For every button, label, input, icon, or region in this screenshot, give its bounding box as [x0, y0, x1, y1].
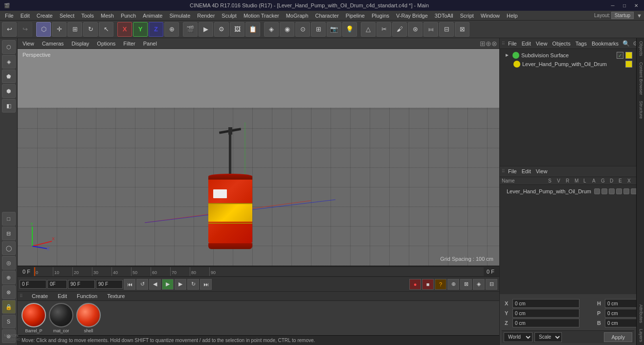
- array-button[interactable]: ⊟: [439, 22, 454, 37]
- material-item-barrel[interactable]: Barrel_P: [22, 303, 46, 333]
- menu-script[interactable]: Script: [457, 12, 477, 20]
- mat-create-btn[interactable]: Create: [29, 292, 51, 300]
- menu-animate[interactable]: Animate: [140, 12, 165, 20]
- obj-material-tag-pump[interactable]: [625, 61, 632, 68]
- render-queue-button[interactable]: 📋: [245, 22, 260, 37]
- menu-window[interactable]: Window: [478, 12, 503, 20]
- end-total-input[interactable]: [96, 280, 123, 289]
- mat-panel-view-btn[interactable]: View: [534, 167, 550, 175]
- keyframe-button[interactable]: ◈: [473, 279, 485, 290]
- menu-render[interactable]: Render: [194, 12, 218, 20]
- sky-button[interactable]: ◯: [2, 241, 16, 255]
- x-pos-input[interactable]: [512, 299, 579, 308]
- start-frame-input[interactable]: [20, 280, 46, 289]
- maximize-button[interactable]: □: [621, 1, 628, 9]
- menu-edit[interactable]: Edit: [18, 12, 33, 20]
- material-sphere-matcor[interactable]: [49, 303, 73, 327]
- y-pos-input[interactable]: [512, 309, 579, 318]
- vtab-objects[interactable]: Objects: [637, 38, 644, 59]
- render-region-button[interactable]: 🎬: [183, 22, 198, 37]
- vp-panel-btn[interactable]: Panel: [140, 40, 160, 47]
- workplane-button[interactable]: ⊞: [311, 22, 326, 37]
- apply-button[interactable]: Apply: [604, 332, 632, 342]
- obj-file-btn[interactable]: File: [506, 40, 519, 47]
- vp-options-btn[interactable]: Options: [94, 40, 118, 47]
- brush-button[interactable]: 🖌: [392, 22, 407, 37]
- material-sphere-barrel[interactable]: [22, 303, 46, 327]
- mat-panel-file-btn[interactable]: File: [506, 167, 519, 175]
- vp-filter-btn[interactable]: Filter: [120, 40, 138, 47]
- vtab-layers[interactable]: Layers: [637, 326, 644, 345]
- mat-function-btn[interactable]: Function: [74, 292, 100, 300]
- obj-tags-btn[interactable]: Tags: [574, 40, 589, 47]
- menu-pipeline[interactable]: Pipeline: [343, 12, 368, 20]
- menu-select[interactable]: Select: [57, 12, 78, 20]
- goto-end-button[interactable]: ⏭: [200, 279, 212, 290]
- menu-mesh[interactable]: Mesh: [98, 12, 117, 20]
- obj-material-tag-sub[interactable]: [625, 52, 632, 59]
- environment-button[interactable]: ◎: [2, 256, 16, 270]
- mat-row-pump[interactable]: Lever_Hand_Pump_with_Oil_Drum: [502, 187, 634, 196]
- fps-button[interactable]: ⊟: [486, 279, 497, 290]
- material-item-matcor[interactable]: mat_cor: [49, 303, 73, 333]
- obj-expand-icon[interactable]: [504, 52, 511, 59]
- mat-texture-btn[interactable]: Texture: [104, 292, 128, 300]
- scale-dropdown[interactable]: Scale Size: [534, 332, 562, 342]
- prev-frame-button[interactable]: ◀: [149, 279, 161, 290]
- layout-arrow[interactable]: ▼: [637, 13, 642, 19]
- motion-path-button[interactable]: ⊕: [447, 279, 459, 290]
- current-frame-input[interactable]: [47, 280, 67, 289]
- menu-vray[interactable]: V-Ray Bridge: [393, 12, 431, 20]
- quantize-button[interactable]: ⊙: [295, 22, 310, 37]
- obj-bookmarks-btn[interactable]: Bookmarks: [590, 40, 621, 47]
- record-button[interactable]: ●: [409, 279, 421, 290]
- vtab-content-browser[interactable]: Content Browser: [637, 59, 644, 98]
- vp-cameras-btn[interactable]: Cameras: [39, 40, 67, 47]
- uv-mode-button[interactable]: ⬢: [2, 84, 16, 98]
- next-frame-button[interactable]: ▶: [175, 279, 186, 290]
- menu-file[interactable]: File: [2, 12, 17, 20]
- menu-plugins[interactable]: Plugins: [369, 12, 392, 20]
- vp-controls-icons[interactable]: ⊞⊕⊗: [480, 40, 497, 47]
- object-item-pump[interactable]: Lever_Hand_Pump_with_Oil_Drum: [502, 60, 634, 69]
- minimize-button[interactable]: ─: [609, 1, 617, 9]
- vp-display-btn[interactable]: Display: [68, 40, 92, 47]
- model-mode-button[interactable]: ⬡: [36, 22, 51, 37]
- render-to-po-button[interactable]: 🖼: [230, 22, 244, 37]
- y-axis-button[interactable]: Y: [133, 22, 148, 37]
- material-mode-button[interactable]: S: [2, 315, 16, 328]
- floor-button[interactable]: ⊟: [2, 227, 16, 240]
- foreground-button[interactable]: ⊕: [2, 271, 16, 284]
- mat-panel-edit-btn[interactable]: Edit: [520, 167, 533, 175]
- object-item-subdivision[interactable]: Subdivision Surface ✓: [502, 51, 634, 60]
- rotate-tool-button[interactable]: ↻: [83, 22, 98, 37]
- menu-mograph[interactable]: MoGraph: [283, 12, 311, 20]
- null-button[interactable]: □: [2, 212, 16, 226]
- stop-record-button[interactable]: ■: [422, 279, 434, 290]
- autokey-button[interactable]: ?: [435, 279, 446, 290]
- move-tool-button[interactable]: ✛: [52, 22, 67, 37]
- menu-create[interactable]: Create: [34, 12, 56, 20]
- goto-start-button[interactable]: ⏮: [124, 279, 135, 290]
- next-key-button[interactable]: ↻: [187, 279, 199, 290]
- material-sphere-shell[interactable]: [76, 303, 101, 327]
- render-options-button[interactable]: ⚙: [214, 22, 229, 37]
- camera-button[interactable]: 📷: [327, 22, 341, 37]
- obj-search-icon[interactable]: 🔍: [622, 40, 630, 47]
- world-axis-button[interactable]: ⊕: [164, 22, 179, 37]
- layout-dropdown[interactable]: Startup: [611, 12, 634, 19]
- light-button[interactable]: 💡: [342, 22, 357, 37]
- lock-button[interactable]: 🔒: [2, 300, 16, 314]
- point-mode-button[interactable]: ⬡: [2, 40, 16, 54]
- menu-tools[interactable]: Tools: [78, 12, 97, 20]
- edge-cut-button[interactable]: ✂: [377, 22, 391, 37]
- menu-3dtoall[interactable]: 3DToAll: [432, 12, 456, 20]
- polygon-draw-button[interactable]: △: [361, 22, 376, 37]
- x-axis-button[interactable]: X: [117, 22, 132, 37]
- background-button[interactable]: ⊗: [2, 285, 16, 299]
- menu-help[interactable]: Help: [504, 12, 521, 20]
- symmetry-button[interactable]: ⊠: [455, 22, 469, 37]
- obj-view-btn[interactable]: View: [534, 40, 550, 47]
- select-tool-button[interactable]: ↖: [99, 22, 113, 37]
- polygon-mode-button[interactable]: ⬟: [2, 69, 16, 83]
